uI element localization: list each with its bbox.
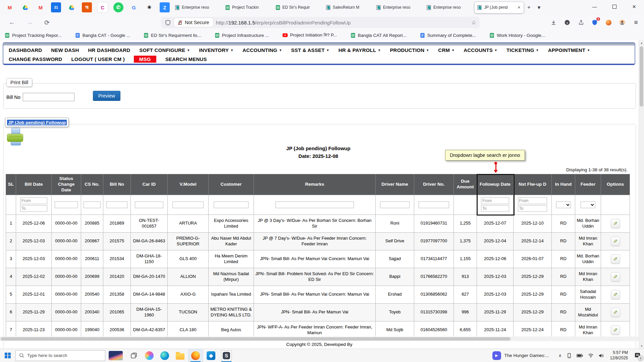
horizontal-scrollbar[interactable] bbox=[0, 337, 639, 341]
browser-tab-5[interactable]: Enterprise reso bbox=[374, 2, 423, 13]
browser-tab-4[interactable]: SalesReturn M bbox=[323, 2, 372, 13]
column-header-sl[interactable]: SL bbox=[6, 174, 16, 195]
minimize-button[interactable]: — bbox=[585, 0, 604, 13]
menu-item-sst-asset[interactable]: SST & ASSET▼ bbox=[291, 47, 329, 53]
column-header-nxt-flwup-d[interactable]: Nxt Flw-up D bbox=[514, 174, 552, 195]
menu-item-msg[interactable]: MSG bbox=[134, 56, 156, 63]
taskbar-search[interactable]: Type here to search bbox=[15, 350, 105, 361]
column-header-driver-name[interactable]: Driver Name bbox=[376, 174, 414, 195]
new-tab-button[interactable]: + bbox=[524, 2, 534, 12]
bookmark-item-6[interactable]: Bangla CAT All Report... bbox=[351, 33, 407, 38]
filter-to-input-followup-date[interactable] bbox=[481, 205, 509, 212]
bookmark-item-8[interactable]: Work History - Google... bbox=[489, 33, 545, 38]
tab-close-icon[interactable]: ✕ bbox=[517, 5, 521, 10]
vertical-scroll-thumb[interactable] bbox=[640, 46, 643, 107]
filter-from-input-bill-date[interactable] bbox=[20, 197, 48, 204]
edit-pencil-icon[interactable]: ✎ bbox=[611, 325, 620, 335]
edit-pencil-icon[interactable]: ✎ bbox=[611, 219, 620, 228]
bookmark-star-icon[interactable]: ☆ bbox=[471, 19, 476, 26]
column-header-in-hand[interactable]: In Hand bbox=[552, 174, 575, 195]
pinned-tab-whatsapp-icon[interactable]: ✆ bbox=[113, 2, 123, 12]
menu-item-accounting[interactable]: ACCOUNTING▼ bbox=[243, 47, 282, 53]
filter-input-driver-no[interactable] bbox=[419, 201, 449, 208]
taskbar-app-task-view[interactable] bbox=[126, 349, 142, 362]
taskbar-app-file-explorer[interactable] bbox=[172, 349, 188, 362]
hidden-icons-chevron[interactable]: ∧ bbox=[558, 353, 562, 358]
menu-item-dashboard[interactable]: DASHBOARD bbox=[9, 47, 42, 53]
pinned-tab-drive-icon[interactable] bbox=[66, 2, 76, 12]
column-header-bill-date[interactable]: Bill Date bbox=[16, 174, 52, 195]
edit-pencil-icon[interactable]: ✎ bbox=[611, 290, 620, 299]
column-header-due-amount[interactable]: Due Amount bbox=[454, 174, 477, 195]
filter-input-remarks[interactable] bbox=[275, 201, 354, 208]
address-bar[interactable]: Not Secure http://192.168.1.5/erp/erp/cs… bbox=[161, 17, 480, 28]
filter-to-input-nxt-flwup-d[interactable] bbox=[518, 205, 547, 212]
action-center-button[interactable]: 3 bbox=[631, 349, 644, 362]
scroll-up-arrow[interactable]: ▲ bbox=[639, 40, 644, 46]
jp-followup-tab[interactable]: JP (Job pending) Followup bbox=[5, 118, 69, 127]
bookmark-item-4[interactable]: Project Infrastructure ... bbox=[215, 33, 269, 38]
filter-select-in-hand[interactable] bbox=[556, 201, 571, 208]
bookmark-item-2[interactable]: Bangla CAT - Google ... bbox=[75, 33, 130, 38]
scroll-down-arrow[interactable]: ▼ bbox=[639, 343, 644, 349]
browser-tab-7[interactable]: JP (Job pend✕ bbox=[474, 2, 524, 13]
column-header-customer[interactable]: Customer bbox=[209, 174, 254, 195]
filter-input-status-change-date[interactable] bbox=[55, 201, 77, 208]
column-header-feeder[interactable]: Feeder bbox=[575, 174, 601, 195]
start-button[interactable] bbox=[0, 349, 15, 362]
browser-tab-2[interactable]: Project Trackin bbox=[223, 2, 272, 13]
volume-icon[interactable] bbox=[599, 353, 604, 358]
pinned-tab-c-app-icon[interactable]: C bbox=[97, 2, 108, 13]
profile-avatar[interactable] bbox=[619, 19, 626, 26]
edit-pencil-icon[interactable]: ✎ bbox=[611, 237, 620, 246]
bookmark-item-5[interactable]: Project Initiation কি? P... bbox=[282, 33, 337, 38]
s-extension-icon[interactable]: s bbox=[564, 19, 571, 26]
filter-from-input-nxt-flwup-d[interactable] bbox=[518, 197, 547, 204]
menu-item-search-menus[interactable]: SEARCH MENUS bbox=[165, 56, 207, 62]
bookmark-item-7[interactable]: Summary of Complete... bbox=[420, 33, 476, 38]
menu-item-hr-payroll[interactable]: HR & PAYROLL▼ bbox=[338, 47, 381, 53]
preview-button[interactable]: Preview bbox=[93, 91, 120, 101]
phone-link-icon[interactable] bbox=[567, 353, 572, 358]
filter-input-v-model[interactable] bbox=[172, 201, 204, 208]
column-header-options[interactable]: Options bbox=[601, 174, 630, 195]
filter-input-customer[interactable] bbox=[214, 201, 249, 208]
taskbar-app-mail-app[interactable]: ◆ bbox=[203, 349, 219, 362]
menu-item-production[interactable]: PRODUCTION▼ bbox=[390, 47, 429, 53]
forward-button[interactable]: → bbox=[26, 19, 33, 26]
taskbar-app-firefox[interactable] bbox=[188, 349, 203, 362]
menu-item-logout-user-cm-[interactable]: LOGOUT ( USER CM ) bbox=[71, 56, 124, 62]
menu-item-accounts[interactable]: ACCOUNTS▼ bbox=[464, 47, 497, 53]
column-header-cs-no[interactable]: CS No. bbox=[81, 174, 103, 195]
column-header-remarks[interactable]: Remarks bbox=[254, 174, 376, 195]
menu-item-soft-configure[interactable]: SOFT CONFIGURE▼ bbox=[139, 47, 190, 53]
print-icon[interactable] bbox=[7, 128, 24, 146]
menu-item-appointment[interactable]: APPOINTMENT▼ bbox=[548, 47, 590, 53]
edit-pencil-icon[interactable]: ✎ bbox=[611, 254, 620, 264]
back-button[interactable]: ← bbox=[9, 19, 15, 26]
filter-input-car-id[interactable] bbox=[135, 201, 163, 208]
filter-input-cs-no[interactable] bbox=[84, 201, 101, 208]
bookmark-item-3[interactable]: ED Sir's Requirment lis... bbox=[144, 33, 201, 38]
wifi-icon[interactable] bbox=[588, 353, 594, 358]
account-sphere-icon[interactable] bbox=[605, 19, 612, 26]
column-header-status-change-date[interactable]: Status Change Date bbox=[52, 174, 81, 195]
shield-permissions-icon[interactable] bbox=[164, 19, 171, 26]
menu-item-crm[interactable]: CRM▼ bbox=[438, 47, 454, 53]
edit-pencil-icon[interactable]: ✎ bbox=[611, 308, 620, 317]
not-secure-chip[interactable]: Not Secure bbox=[174, 18, 213, 27]
horizontal-scroll-thumb[interactable] bbox=[1, 337, 511, 341]
pinned-tab-chatgpt-icon[interactable]: ✳ bbox=[144, 2, 154, 12]
menu-item-change-password[interactable]: CHANGE PASSWORD bbox=[9, 56, 62, 62]
taskbar-app-edge[interactable] bbox=[157, 349, 172, 362]
news-widget-thumbnail[interactable] bbox=[109, 351, 123, 360]
filter-from-input-followup-date[interactable] bbox=[481, 197, 509, 204]
close-button[interactable]: ✕ bbox=[624, 0, 644, 13]
column-header-followup-date[interactable]: Followup Date bbox=[477, 174, 514, 195]
pinned-tab-z-app-icon[interactable]: Z bbox=[160, 2, 170, 12]
browser-tab-6[interactable]: Enterprise reso bbox=[424, 2, 473, 13]
tab-list-button[interactable]: ▾ bbox=[534, 2, 544, 12]
browser-tab-1[interactable]: Enterprise reso bbox=[172, 2, 221, 13]
menu-item-new-dash[interactable]: NEW DASH bbox=[51, 47, 79, 53]
maximize-button[interactable] bbox=[604, 0, 624, 13]
